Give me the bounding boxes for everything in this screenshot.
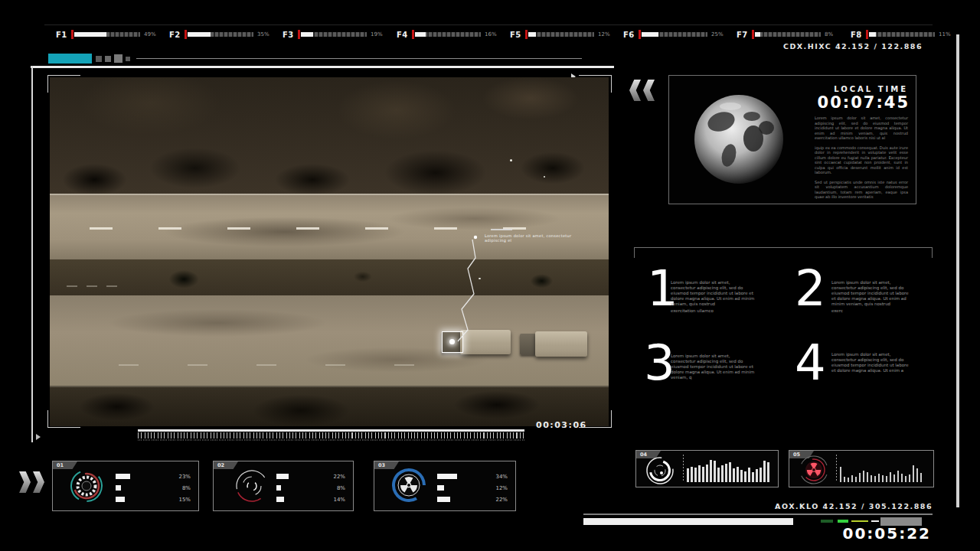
video-annotation: Lorem ipsum dolor sit amet, consectetur … (485, 233, 571, 243)
info-body-1: Lorem ipsum dolor sit amet, consectetur … (671, 280, 755, 307)
meter-track (415, 32, 481, 37)
expand-right-button[interactable] (19, 471, 44, 493)
footer-coordinates-readout: AOX.KLO 42.152 / 305.122.886 (775, 502, 933, 510)
stat-panel-02: 02 22% 8% 14% (213, 461, 354, 511)
status-segment-green (838, 520, 848, 523)
meter-red-tick (412, 30, 414, 39)
loader-square (126, 57, 130, 61)
meter-f4: F4 16% (397, 29, 497, 40)
meter-f6: F6 25% (623, 29, 724, 40)
equalizer-panel-04: 04 (635, 450, 779, 487)
info-footer-2: exerc (831, 308, 843, 313)
local-time-value: 00:07:45 (818, 93, 910, 112)
panel-tab: 02 (214, 461, 238, 469)
chevron-right-icon (19, 471, 31, 493)
top-coordinates-readout: CDX.HIXC 42.152 / 122.886 (783, 42, 923, 51)
meter-track (528, 32, 594, 37)
meter-track (188, 32, 253, 37)
meter-red-tick (639, 30, 641, 39)
video-feed[interactable]: Lorem ipsum dolor sit amet, consectetur … (50, 77, 609, 426)
stat-panel-01: 01 23% 8% 15% (52, 461, 199, 511)
stat-panel-03: 03 34% 12% 22% (374, 461, 516, 511)
chevron-left-icon (629, 80, 641, 101)
meter-red-tick (185, 30, 187, 39)
hazard-gauge-icon (799, 455, 829, 485)
panel-tab: 01 (53, 461, 77, 469)
equalizer-axis (683, 455, 684, 482)
local-time-description: Lorem ipsum dolor sit amet, consectetur … (815, 116, 908, 204)
status-segment-dark-green (821, 520, 833, 523)
loader-square (96, 56, 102, 62)
loader-rule (136, 58, 582, 59)
footer-divider (583, 514, 933, 515)
meter-red-tick (71, 30, 74, 39)
info-body-3: Lorem ipsum dolor sit amet, consectetur … (671, 354, 755, 380)
info-panel-border (634, 247, 933, 248)
callout-line (50, 77, 609, 426)
meter-track (301, 32, 367, 37)
timeline-bar[interactable] (138, 429, 524, 432)
status-segment-yellow (851, 520, 868, 522)
info-body-2: Lorem ipsum dolor sit amet, consectetur … (831, 280, 912, 307)
info-body-4: Lorem ipsum dolor sit amet, consectetur … (831, 352, 912, 373)
frame-top-rail (31, 66, 614, 68)
meter-red-tick (525, 30, 528, 39)
meter-f2: F2 35% (169, 29, 270, 40)
chevron-right-icon (33, 471, 44, 493)
equalizer-axis (836, 455, 837, 482)
local-time-panel: LOCAL TIME 00:07:45 Lorem ipsum dolor si… (668, 75, 916, 204)
meter-f5: F5 12% (510, 29, 610, 40)
timeline-numbers (138, 439, 524, 441)
meter-track (74, 32, 140, 37)
equalizer-panel-05: 05 (789, 450, 934, 487)
timeline-ticks[interactable] (138, 432, 524, 439)
dial-gauge-icon (70, 469, 103, 503)
dial-gauge-icon (645, 456, 675, 485)
footer-progress-bar (583, 518, 793, 525)
meter-f3: F3 19% (283, 29, 383, 40)
meter-red-tick (866, 30, 868, 39)
chevron-left-icon (643, 80, 655, 101)
progress-loader-bar (48, 54, 92, 64)
status-segment-white (871, 520, 879, 522)
meter-red-tick (752, 30, 754, 39)
meter-f1: F1 49% (56, 29, 156, 40)
equalizer-bars (840, 457, 927, 482)
info-number-2: 2 (795, 264, 826, 313)
stat-rows: 34% 12% 22% (437, 471, 508, 505)
scrollbar[interactable] (956, 34, 959, 507)
meter-track (642, 32, 707, 37)
loader-square (114, 54, 122, 63)
meter-track (869, 32, 935, 37)
meter-f8: F8 11% (851, 29, 951, 40)
frame-left-rail (31, 66, 33, 442)
frame-pointer-icon (36, 434, 41, 440)
meter-red-tick (298, 30, 300, 39)
meter-f7: F7 8% (737, 29, 833, 40)
stat-rows: 23% 8% 15% (116, 471, 191, 505)
annotation-rule (491, 229, 512, 230)
dial-gauge-icon (235, 469, 269, 503)
collapse-left-button[interactable] (629, 80, 655, 101)
footer-timestamp: 00:05:22 (843, 524, 932, 543)
video-timestamp: 00:03:06 (536, 420, 587, 430)
local-time-title: LOCAL TIME (834, 85, 908, 93)
radiation-gauge-icon (391, 468, 426, 503)
loader-square (105, 56, 111, 62)
globe-icon (691, 91, 788, 188)
equalizer-bars (687, 457, 772, 482)
top-divider (44, 24, 933, 25)
stat-rows: 22% 8% 14% (276, 471, 345, 505)
info-footer-1: exercitation ullamco (671, 308, 714, 313)
hud-dashboard: F1 49% F2 35% F3 19% F4 16% F5 12% F6 25… (0, 0, 980, 551)
meter-track (755, 32, 821, 37)
info-number-4: 4 (795, 338, 826, 387)
